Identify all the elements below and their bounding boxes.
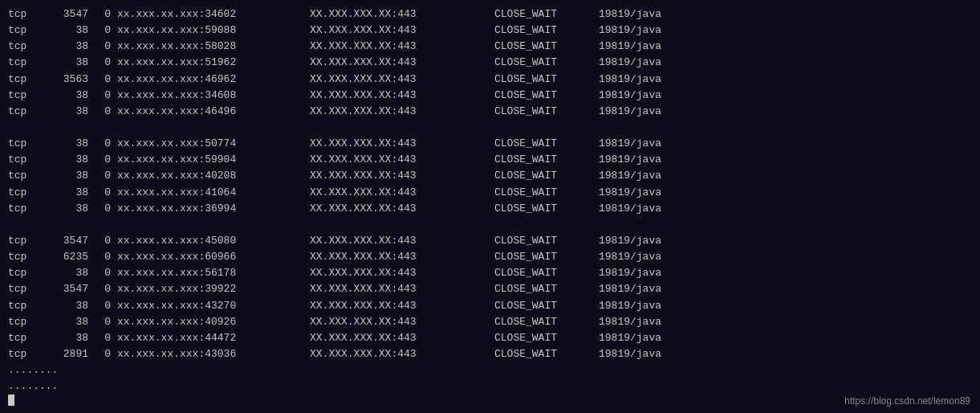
col-local: xx.xxx.xx.xxx:39922 [117, 281, 302, 297]
col-send: 0 [95, 72, 111, 88]
col-send: 0 [95, 298, 111, 314]
col-pid: 19819/java [599, 39, 661, 55]
table-row: tcp380xx.xxx.xx.xxx:34608XX.XXX.XXX.XX:4… [8, 88, 972, 104]
col-proto: tcp [8, 249, 40, 265]
cursor-line [8, 395, 972, 406]
col-proto: tcp [8, 168, 40, 184]
col-state: CLOSE_WAIT [494, 6, 591, 22]
col-local: xx.xxx.xx.xxx:40208 [117, 168, 302, 184]
table-row: tcp380xx.xxx.xx.xxx:56178XX.XXX.XXX.XX:4… [8, 265, 972, 281]
table-row: tcp35470xx.xxx.xx.xxx:45080XX.XXX.XXX.XX… [8, 233, 972, 249]
col-foreign: XX.XXX.XXX.XX:443 [310, 72, 486, 88]
empty-line [8, 120, 972, 136]
col-send: 0 [95, 104, 111, 120]
col-send: 0 [95, 88, 111, 104]
col-send: 0 [95, 22, 111, 39]
col-proto: tcp [8, 39, 40, 55]
col-pid: 19819/java [599, 330, 661, 346]
col-send: 0 [95, 330, 111, 346]
col-pid: 19819/java [599, 152, 661, 168]
col-local: xx.xxx.xx.xxx:50774 [117, 136, 302, 152]
col-pid: 19819/java [599, 249, 661, 265]
col-foreign: XX.XXX.XXX.XX:443 [310, 88, 486, 104]
col-proto: tcp [8, 330, 40, 346]
col-local: xx.xxx.xx.xxx:40926 [117, 314, 302, 330]
col-state: CLOSE_WAIT [494, 168, 591, 184]
terminal-cursor [8, 395, 14, 406]
col-send: 0 [95, 201, 111, 217]
col-recv: 3563 [40, 72, 88, 88]
col-proto: tcp [8, 281, 40, 297]
col-state: CLOSE_WAIT [494, 330, 591, 346]
col-foreign: XX.XXX.XXX.XX:443 [310, 314, 486, 330]
col-foreign: XX.XXX.XXX.XX:443 [310, 185, 486, 201]
table-row: tcp380xx.xxx.xx.xxx:58028XX.XXX.XXX.XX:4… [8, 39, 972, 55]
col-pid: 19819/java [599, 104, 661, 120]
col-proto: tcp [8, 152, 40, 168]
col-send: 0 [95, 168, 111, 184]
col-send: 0 [95, 281, 111, 297]
col-pid: 19819/java [599, 314, 661, 330]
col-local: xx.xxx.xx.xxx:41064 [117, 185, 302, 201]
col-foreign: XX.XXX.XXX.XX:443 [310, 281, 486, 297]
col-local: xx.xxx.xx.xxx:59904 [117, 152, 302, 168]
col-recv: 38 [40, 55, 88, 71]
table-row: tcp380xx.xxx.xx.xxx:44472XX.XXX.XXX.XX:4… [8, 330, 972, 346]
col-pid: 19819/java [599, 185, 661, 201]
table-row: tcp380xx.xxx.xx.xxx:59904XX.XXX.XXX.XX:4… [8, 152, 972, 168]
col-local: xx.xxx.xx.xxx:46962 [117, 72, 302, 88]
col-local: xx.xxx.xx.xxx:45080 [117, 233, 302, 249]
col-local: xx.xxx.xx.xxx:46496 [117, 104, 302, 120]
col-send: 0 [95, 265, 111, 281]
col-state: CLOSE_WAIT [494, 185, 591, 201]
col-recv: 38 [40, 39, 88, 55]
col-local: xx.xxx.xx.xxx:43270 [117, 298, 302, 314]
col-foreign: XX.XXX.XXX.XX:443 [310, 22, 486, 39]
col-pid: 19819/java [599, 88, 661, 104]
col-send: 0 [95, 152, 111, 168]
col-foreign: XX.XXX.XXX.XX:443 [310, 104, 486, 120]
col-state: CLOSE_WAIT [494, 298, 591, 314]
table-row: tcp380xx.xxx.xx.xxx:40926XX.XXX.XXX.XX:4… [8, 314, 972, 330]
col-local: xx.xxx.xx.xxx:51962 [117, 55, 302, 71]
col-local: xx.xxx.xx.xxx:58028 [117, 39, 302, 55]
col-pid: 19819/java [599, 233, 661, 249]
col-foreign: XX.XXX.XXX.XX:443 [310, 136, 486, 152]
col-local: xx.xxx.xx.xxx:36994 [117, 201, 302, 217]
col-recv: 3547 [40, 233, 88, 249]
col-local: xx.xxx.xx.xxx:59088 [117, 22, 302, 39]
col-proto: tcp [8, 346, 40, 362]
col-recv: 38 [40, 136, 88, 152]
col-foreign: XX.XXX.XXX.XX:443 [310, 152, 486, 168]
col-state: CLOSE_WAIT [494, 39, 591, 55]
table-row: tcp380xx.xxx.xx.xxx:59088XX.XXX.XXX.XX:4… [8, 22, 972, 39]
table-row: tcp380xx.xxx.xx.xxx:36994XX.XXX.XXX.XX:4… [8, 201, 972, 217]
col-foreign: XX.XXX.XXX.XX:443 [310, 298, 486, 314]
col-proto: tcp [8, 185, 40, 201]
dots-line-2: ........ [8, 378, 972, 395]
table-row: tcp380xx.xxx.xx.xxx:46496XX.XXX.XXX.XX:4… [8, 104, 972, 120]
col-send: 0 [95, 6, 111, 22]
col-recv: 38 [40, 104, 88, 120]
col-local: xx.xxx.xx.xxx:44472 [117, 330, 302, 346]
col-recv: 38 [40, 314, 88, 330]
terminal: tcp35470xx.xxx.xx.xxx:34602XX.XXX.XXX.XX… [0, 0, 980, 413]
col-state: CLOSE_WAIT [494, 104, 591, 120]
col-state: CLOSE_WAIT [494, 314, 591, 330]
col-pid: 19819/java [599, 6, 661, 22]
col-pid: 19819/java [599, 55, 661, 71]
col-state: CLOSE_WAIT [494, 136, 591, 152]
col-local: xx.xxx.xx.xxx:56178 [117, 265, 302, 281]
col-proto: tcp [8, 233, 40, 249]
col-proto: tcp [8, 72, 40, 88]
col-recv: 38 [40, 330, 88, 346]
table-row: tcp380xx.xxx.xx.xxx:50774XX.XXX.XXX.XX:4… [8, 136, 972, 152]
col-recv: 38 [40, 201, 88, 217]
col-foreign: XX.XXX.XXX.XX:443 [310, 346, 486, 362]
col-recv: 6235 [40, 249, 88, 265]
col-pid: 19819/java [599, 22, 661, 39]
col-proto: tcp [8, 22, 40, 39]
col-foreign: XX.XXX.XXX.XX:443 [310, 233, 486, 249]
table-row: tcp380xx.xxx.xx.xxx:40208XX.XXX.XXX.XX:4… [8, 168, 972, 184]
col-recv: 38 [40, 22, 88, 39]
